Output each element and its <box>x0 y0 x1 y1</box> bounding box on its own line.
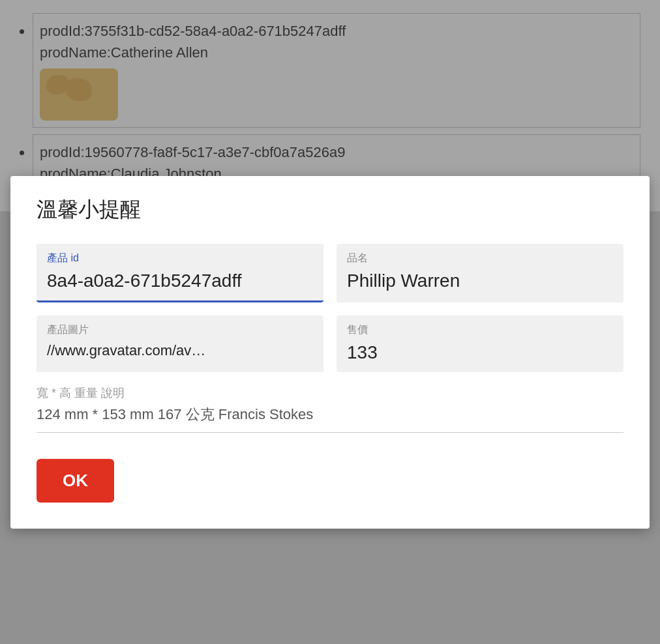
product-id-field[interactable]: 產品 id 8a4-a0a2-671b5247adff <box>37 244 323 302</box>
modal-overlay: 溫馨小提醒 產品 id 8a4-a0a2-671b5247adff 品名 Phi… <box>0 0 660 644</box>
dimensions-value: 124 mm * 153 mm 167 公克 Francis Stokes <box>37 405 623 433</box>
ok-button[interactable]: OK <box>37 459 114 503</box>
product-image-value: //www.gravatar.com/av… <box>47 342 313 359</box>
price-label: 售價 <box>347 323 613 337</box>
price-field[interactable]: 售價 133 <box>337 315 623 372</box>
product-id-label: 產品 id <box>47 252 313 265</box>
product-id-value: 8a4-a0a2-671b5247adff <box>47 271 313 291</box>
product-image-label: 產品圖片 <box>47 323 313 337</box>
product-name-field[interactable]: 品名 Phillip Warren <box>337 244 623 302</box>
dimensions-row: 寬 * 高 重量 說明 124 mm * 153 mm 167 公克 Franc… <box>37 385 623 433</box>
form-row-2: 產品圖片 //www.gravatar.com/av… 售價 133 <box>37 315 623 372</box>
dimensions-label: 寬 * 高 重量 說明 <box>37 385 623 401</box>
price-value: 133 <box>347 342 613 363</box>
form-row-1: 產品 id 8a4-a0a2-671b5247adff 品名 Phillip W… <box>37 244 623 302</box>
product-name-label: 品名 <box>347 252 613 265</box>
modal-dialog: 溫馨小提醒 產品 id 8a4-a0a2-671b5247adff 品名 Phi… <box>10 176 650 529</box>
modal-title: 溫馨小提醒 <box>37 196 623 224</box>
product-image-field[interactable]: 產品圖片 //www.gravatar.com/av… <box>37 315 323 372</box>
product-name-value: Phillip Warren <box>347 271 613 291</box>
